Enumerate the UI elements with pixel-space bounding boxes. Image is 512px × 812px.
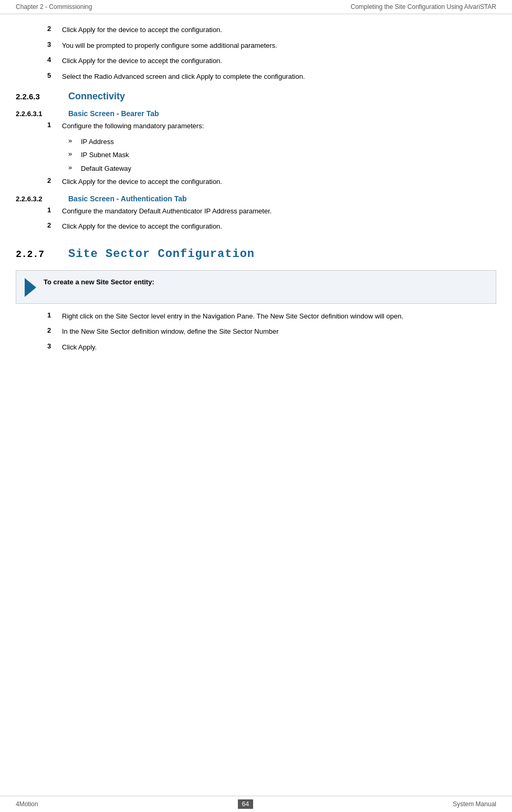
header-left: Chapter 2 - Commissioning — [16, 3, 92, 11]
intro-step-item: 4 Click Apply for the device to accept t… — [16, 56, 496, 66]
step-num: 2 — [47, 25, 58, 33]
page-header: Chapter 2 - Commissioning Completing the… — [0, 0, 512, 14]
section-2262-title: Basic Screen - Authentication Tab — [68, 194, 187, 203]
sub-bullet-item: » IP Subnet Mask — [16, 150, 496, 160]
step-text: Click Apply for the device to accept the… — [62, 221, 496, 232]
bullet-arrow-icon: » — [68, 163, 76, 171]
section-226-num: 2.2.6.3 — [16, 92, 68, 101]
step-text: Configure the following mandatory parame… — [62, 121, 496, 131]
bullet-text: Default Gateway — [81, 163, 131, 174]
step-text: Click Apply. — [62, 342, 496, 353]
section-2261-title: Basic Screen - Bearer Tab — [68, 109, 159, 118]
section-2261-header: 2.2.6.3.1 Basic Screen - Bearer Tab — [16, 109, 496, 118]
step-227-item: 1 Right click on the Site Sector level e… — [16, 311, 496, 322]
section-226-header: 2.2.6.3 Connectivity — [16, 91, 496, 102]
sub-bullet-item: » IP Address — [16, 137, 496, 147]
step-2262-item: 2 Click Apply for the device to accept t… — [16, 221, 496, 232]
step-text: Right click on the Site Sector level ent… — [62, 311, 496, 322]
bullet-arrow-icon: » — [68, 137, 76, 145]
step-227-item: 2 In the New Site Sector definition wind… — [16, 326, 496, 337]
bullet-arrow-icon: » — [68, 150, 76, 158]
step-text-2: Click Apply for the device to accept the… — [62, 177, 496, 187]
step-num: 2 — [47, 221, 58, 229]
step-num: 3 — [47, 342, 58, 350]
steps-227: 1 Right click on the Site Sector level e… — [16, 311, 496, 353]
section-227-title: Site Sector Configuration — [68, 248, 255, 261]
note-arrow-icon — [25, 278, 36, 297]
section-2262-num: 2.2.6.3.2 — [16, 195, 68, 203]
step-text: Click Apply for the device to accept the… — [62, 25, 496, 35]
intro-steps: 2 Click Apply for the device to accept t… — [16, 25, 496, 81]
step-2261-2: 2 Click Apply for the device to accept t… — [16, 177, 496, 187]
step-num-2: 2 — [47, 177, 58, 184]
bullet-text: IP Subnet Mask — [81, 150, 129, 160]
step-text: You will be prompted to properly configu… — [62, 40, 496, 51]
step-text: Select the Radio Advanced screen and cli… — [62, 71, 496, 82]
note-title: To create a new Site Sector entity: — [44, 278, 154, 286]
section-227-header: 2.2.7 Site Sector Configuration — [16, 248, 496, 261]
step-num: 1 — [47, 121, 58, 129]
main-content: 2 Click Apply for the device to accept t… — [0, 14, 512, 389]
header-right: Completing the Site Configuration Using … — [351, 3, 496, 11]
step-num: 1 — [47, 311, 58, 319]
step-2262-item: 1 Configure the mandatory Default Authen… — [16, 206, 496, 217]
step-num: 1 — [47, 206, 58, 214]
intro-step-item: 5 Select the Radio Advanced screen and c… — [16, 71, 496, 82]
section-2261-num: 2.2.6.3.1 — [16, 110, 68, 118]
footer-right: System Manual — [453, 800, 496, 808]
step-227-item: 3 Click Apply. — [16, 342, 496, 353]
intro-step-item: 3 You will be prompted to properly confi… — [16, 40, 496, 51]
steps-2262: 1 Configure the mandatory Default Authen… — [16, 206, 496, 232]
step-num: 5 — [47, 71, 58, 79]
step-2261-1: 1 Configure the following mandatory para… — [16, 121, 496, 131]
page-footer: 4Motion 64 System Manual — [0, 796, 512, 812]
step-text: Configure the mandatory Default Authenti… — [62, 206, 496, 217]
step-num: 4 — [47, 56, 58, 64]
step-num: 3 — [47, 40, 58, 48]
intro-step-item: 2 Click Apply for the device to accept t… — [16, 25, 496, 35]
section-2262-header: 2.2.6.3.2 Basic Screen - Authentication … — [16, 194, 496, 203]
footer-left: 4Motion — [16, 800, 38, 808]
bullets-2261: » IP Address » IP Subnet Mask » Default … — [16, 137, 496, 174]
bullet-text: IP Address — [81, 137, 114, 147]
step-num: 2 — [47, 326, 58, 334]
section-227-num: 2.2.7 — [16, 249, 68, 260]
note-box: To create a new Site Sector entity: — [16, 270, 496, 304]
step-text: Click Apply for the device to accept the… — [62, 56, 496, 66]
sub-bullet-item: » Default Gateway — [16, 163, 496, 174]
section-226-title: Connectivity — [68, 91, 125, 102]
footer-page-num: 64 — [238, 799, 253, 809]
step-text: In the New Site Sector definition window… — [62, 326, 496, 337]
